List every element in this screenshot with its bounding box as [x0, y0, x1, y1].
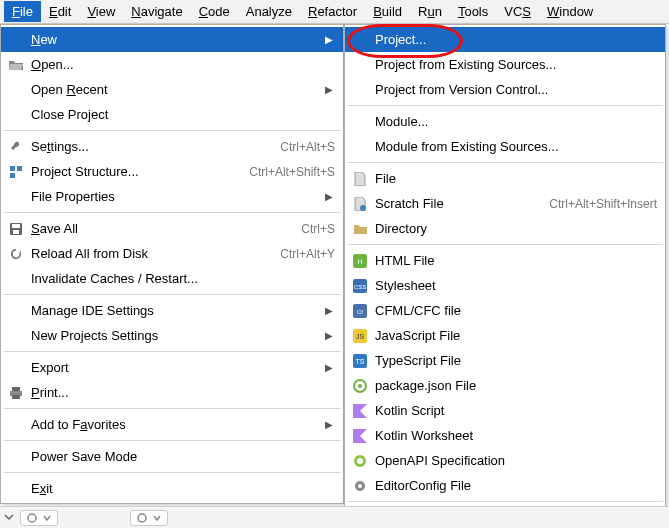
menubar-item-code[interactable]: Code: [191, 1, 238, 22]
menu-item-new[interactable]: New▶: [1, 27, 343, 52]
menu-separator: [3, 440, 341, 441]
js-icon: JS: [351, 327, 369, 345]
menu-separator: [3, 294, 341, 295]
menubar: FileEditViewNavigateCodeAnalyzeRefactorB…: [0, 0, 669, 24]
menu-item-module-from-existing-sources[interactable]: Module from Existing Sources...: [345, 134, 665, 159]
menu-item-save-all[interactable]: Save AllCtrl+S: [1, 216, 343, 241]
menu-item-label: Scratch File: [375, 196, 539, 211]
blank-icon: [7, 302, 25, 320]
openapi-icon: [351, 452, 369, 470]
menu-item-label: TypeScript File: [375, 353, 657, 368]
menu-item-label: Add to Favorites: [31, 417, 319, 432]
menu-shortcut: Ctrl+Alt+Shift+Insert: [539, 197, 657, 211]
circle-icon: [27, 513, 37, 523]
menu-item-project[interactable]: Project...: [345, 27, 665, 52]
menu-item-stylesheet[interactable]: CSSStylesheet: [345, 273, 665, 298]
print-icon: [7, 384, 25, 402]
menubar-item-tools[interactable]: Tools: [450, 1, 496, 22]
svg-text:TS: TS: [356, 358, 365, 365]
svg-rect-1: [17, 166, 22, 171]
menu-item-file[interactable]: File: [345, 166, 665, 191]
submenu-arrow-icon: ▶: [325, 362, 335, 373]
file-icon: [351, 170, 369, 188]
tab-chip[interactable]: [20, 510, 58, 526]
menubar-item-file[interactable]: File: [4, 1, 41, 22]
menubar-item-refactor[interactable]: Refactor: [300, 1, 365, 22]
menu-item-exit[interactable]: Exit: [1, 476, 343, 501]
menu-shortcut: Ctrl+Alt+S: [270, 140, 335, 154]
structure-icon: [7, 163, 25, 181]
menu-item-reload-all-from-disk[interactable]: Reload All from DiskCtrl+Alt+Y: [1, 241, 343, 266]
menu-item-project-from-version-control[interactable]: Project from Version Control...: [345, 77, 665, 102]
blank-icon: [7, 416, 25, 434]
kotlin-icon: [351, 402, 369, 420]
menu-item-new-projects-settings[interactable]: New Projects Settings▶: [1, 323, 343, 348]
menu-item-kotlin-worksheet[interactable]: Kotlin Worksheet: [345, 423, 665, 448]
menubar-item-analyze[interactable]: Analyze: [238, 1, 300, 22]
menu-item-scratch-file[interactable]: Scratch FileCtrl+Alt+Shift+Insert: [345, 191, 665, 216]
menu-item-close-project[interactable]: Close Project: [1, 102, 343, 127]
gear-icon: [351, 477, 369, 495]
menu-item-label: Save All: [31, 221, 291, 236]
menubar-item-window[interactable]: Window: [539, 1, 601, 22]
menu-item-label: Project from Existing Sources...: [375, 57, 657, 72]
menu-item-cfml-cfc-file[interactable]: CfCFML/CFC file: [345, 298, 665, 323]
menu-item-html-file[interactable]: HHTML File: [345, 248, 665, 273]
menu-item-power-save-mode[interactable]: Power Save Mode: [1, 444, 343, 469]
menu-item-label: Manage IDE Settings: [31, 303, 319, 318]
save-icon: [7, 220, 25, 238]
menu-item-manage-ide-settings[interactable]: Manage IDE Settings▶: [1, 298, 343, 323]
menu-item-javascript-file[interactable]: JSJavaScript File: [345, 323, 665, 348]
svg-rect-5: [13, 230, 19, 234]
menu-item-label: Project from Version Control...: [375, 82, 657, 97]
menu-shortcut: Ctrl+Alt+Y: [270, 247, 335, 261]
menu-item-print[interactable]: Print...: [1, 380, 343, 405]
menu-item-label: CFML/CFC file: [375, 303, 657, 318]
menu-item-file-properties[interactable]: File Properties▶: [1, 184, 343, 209]
html-icon: H: [351, 252, 369, 270]
menu-item-label: Stylesheet: [375, 278, 657, 293]
menu-item-add-to-favorites[interactable]: Add to Favorites▶: [1, 412, 343, 437]
expand-icon[interactable]: [4, 510, 14, 525]
menubar-item-view[interactable]: View: [79, 1, 123, 22]
menu-item-project-from-existing-sources[interactable]: Project from Existing Sources...: [345, 52, 665, 77]
menu-item-open[interactable]: Open...: [1, 52, 343, 77]
menubar-item-edit[interactable]: Edit: [41, 1, 79, 22]
menu-item-editorconfig-file[interactable]: EditorConfig File: [345, 473, 665, 498]
svg-rect-4: [12, 224, 20, 228]
svg-point-27: [138, 514, 146, 522]
wrench-icon: [7, 138, 25, 156]
menu-item-kotlin-script[interactable]: Kotlin Script: [345, 398, 665, 423]
menu-item-export[interactable]: Export▶: [1, 355, 343, 380]
menu-item-typescript-file[interactable]: TSTypeScript File: [345, 348, 665, 373]
menu-item-settings[interactable]: Settings...Ctrl+Alt+S: [1, 134, 343, 159]
menu-item-module[interactable]: Module...: [345, 109, 665, 134]
menu-item-open-recent[interactable]: Open Recent▶: [1, 77, 343, 102]
menu-item-label: File: [375, 171, 657, 186]
menu-item-invalidate-caches-restart[interactable]: Invalidate Caches / Restart...: [1, 266, 343, 291]
menu-item-label: Module from Existing Sources...: [375, 139, 657, 154]
folder-open-icon: [7, 56, 25, 74]
menu-item-label: Print...: [31, 385, 335, 400]
menu-item-directory[interactable]: Directory: [345, 216, 665, 241]
menu-item-package-json-file[interactable]: package.json File: [345, 373, 665, 398]
blank-icon: [7, 270, 25, 288]
blank-icon: [7, 359, 25, 377]
menu-item-label: Kotlin Worksheet: [375, 428, 657, 443]
menu-item-project-structure[interactable]: Project Structure...Ctrl+Alt+Shift+S: [1, 159, 343, 184]
menu-separator: [347, 244, 663, 245]
tab-chip[interactable]: [130, 510, 168, 526]
svg-rect-0: [10, 166, 15, 171]
svg-point-9: [360, 205, 366, 211]
blank-icon: [351, 138, 369, 156]
menu-item-label: Reload All from Disk: [31, 246, 270, 261]
menubar-item-run[interactable]: Run: [410, 1, 450, 22]
menubar-item-navigate[interactable]: Navigate: [123, 1, 190, 22]
menubar-item-vcs[interactable]: VCS: [496, 1, 539, 22]
cfml-icon: Cf: [351, 302, 369, 320]
svg-text:JS: JS: [356, 333, 365, 340]
menu-item-label: EditorConfig File: [375, 478, 657, 493]
menu-item-openapi-specification[interactable]: OpenAPI Specification: [345, 448, 665, 473]
menu-separator: [3, 351, 341, 352]
menubar-item-build[interactable]: Build: [365, 1, 410, 22]
